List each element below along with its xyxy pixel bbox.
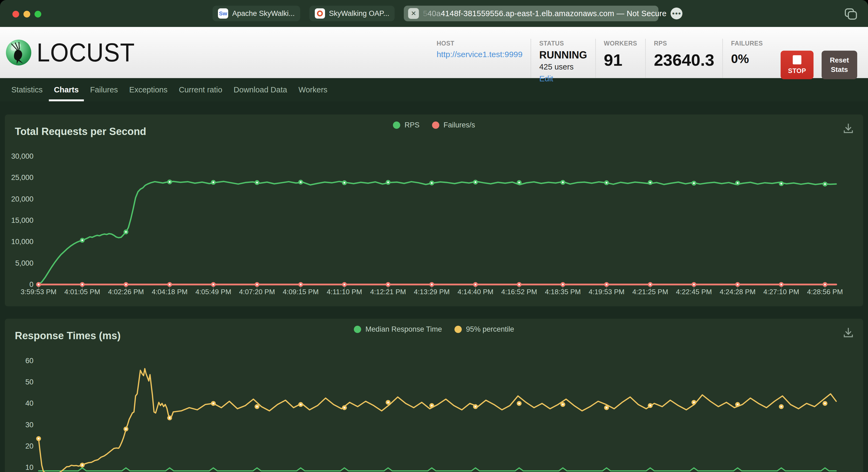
page-content: Total Requests per Second RPSFailures/s … [0, 101, 868, 472]
edit-link[interactable]: Edit [539, 74, 553, 83]
failures-label: FAILURES [731, 40, 763, 47]
tab-skywalking-oap[interactable]: SkyWalking OAP... [309, 6, 395, 21]
minimize-window-button[interactable] [24, 11, 30, 18]
close-window-button[interactable] [12, 11, 19, 18]
nav-tab-current-ratio[interactable]: Current ratio [173, 78, 228, 101]
header-stats: HOST http://service1.test:9999 STATUS RU… [429, 27, 868, 78]
tab-apache-skywalking[interactable]: Sw Apache SkyWalki... [213, 6, 300, 21]
copy-tabs-icon[interactable] [844, 8, 858, 22]
x-axis-label: 4:12:21 PM [365, 288, 411, 296]
locust-logo: LOCUST [5, 27, 143, 78]
x-axis-label: 4:04:18 PM [147, 288, 193, 296]
x-axis-label: 4:13:29 PM [409, 288, 455, 296]
y-axis-label: 5,000 [5, 259, 33, 268]
host-label: HOST [437, 40, 523, 47]
rps-value: 23640.3 [654, 50, 714, 69]
oap-favicon-icon [315, 8, 325, 19]
workers-value: 91 [604, 50, 638, 69]
y-axis-label: 40 [5, 399, 33, 408]
response-times-chart-plot[interactable] [5, 319, 863, 472]
nav-tab-charts[interactable]: Charts [48, 78, 85, 101]
x-axis-label: 4:16:52 PM [496, 288, 542, 296]
browser-titlebar: Sw Apache SkyWalki... SkyWalking OAP... … [0, 0, 868, 27]
tab-options-icon[interactable]: ●●● [671, 7, 682, 20]
x-axis-label: 4:18:35 PM [540, 288, 586, 296]
logo-wordmark: LOCUST [37, 38, 135, 67]
address-url: 540a4148f-381559556.ap-east-1.elb.amazon… [423, 9, 666, 18]
y-axis-label: 10 [5, 463, 33, 472]
x-axis-label: 4:11:10 PM [321, 288, 368, 296]
y-axis-label: 60 [5, 357, 33, 365]
locust-logo-icon [5, 39, 32, 66]
workers-label: WORKERS [604, 40, 638, 47]
stat-host: HOST http://service1.test:9999 [429, 39, 531, 78]
x-axis-label: 4:05:49 PM [190, 288, 237, 296]
tab-label: Apache SkyWalki... [232, 9, 295, 18]
x-axis-label: 4:01:05 PM [59, 288, 105, 296]
rps-label: RPS [654, 40, 714, 47]
y-axis-label: 10,000 [5, 237, 33, 246]
reset-stats-button[interactable]: Reset Stats [822, 50, 857, 79]
tab-label: SkyWalking OAP... [329, 9, 390, 18]
tab-strip: Sw Apache SkyWalki... SkyWalking OAP... … [213, 6, 658, 21]
zoom-window-button[interactable] [34, 11, 41, 18]
browser-window: Sw Apache SkyWalki... SkyWalking OAP... … [0, 0, 868, 472]
close-tab-icon[interactable]: ✕ [408, 8, 419, 19]
y-axis-label: 30,000 [5, 152, 33, 161]
stat-failures: FAILURES 0% [722, 39, 771, 78]
x-axis-label: 4:21:25 PM [627, 288, 674, 296]
x-axis-label: 4:22:45 PM [671, 288, 717, 296]
stat-status: STATUS RUNNING 425 users Edit [531, 39, 595, 78]
rps-chart-plot[interactable] [5, 114, 863, 306]
nav-tab-statistics[interactable]: Statistics [6, 78, 48, 101]
status-label: STATUS [539, 40, 587, 47]
stat-rps: RPS 23640.3 [645, 39, 722, 78]
x-axis-label: 4:19:53 PM [583, 288, 630, 296]
status-value: RUNNING [539, 49, 587, 61]
y-axis-label: 15,000 [5, 216, 33, 225]
x-axis-label: 4:27:10 PM [758, 288, 805, 296]
failures-value: 0% [731, 52, 763, 66]
status-users: 425 users [539, 63, 587, 71]
host-link[interactable]: http://service1.test:9999 [437, 50, 523, 59]
y-axis-label: 20,000 [5, 195, 33, 203]
nav-tab-download-data[interactable]: Download Data [228, 78, 293, 101]
skywalking-favicon-icon: Sw [218, 8, 228, 19]
stop-square-icon [793, 55, 801, 64]
x-axis-label: 4:24:28 PM [715, 288, 761, 296]
nav-tab-exceptions[interactable]: Exceptions [124, 78, 173, 101]
y-axis-label: 25,000 [5, 173, 33, 182]
x-axis-label: 3:59:53 PM [16, 288, 62, 296]
y-axis-label: 50 [5, 378, 33, 386]
nav-tab-failures[interactable]: Failures [85, 78, 124, 101]
x-axis-label: 4:14:40 PM [452, 288, 499, 296]
x-axis-label: 4:28:56 PM [802, 288, 848, 296]
x-axis-label: 4:07:20 PM [234, 288, 280, 296]
stat-workers: WORKERS 91 [595, 39, 646, 78]
nav-tabs: StatisticsChartsFailuresExceptionsCurren… [0, 78, 868, 101]
y-axis-label: 20 [5, 442, 33, 450]
chart-panel-response-times: Response Times (ms) Median Response Time… [5, 319, 863, 472]
x-axis-label: 4:09:15 PM [278, 288, 324, 296]
x-axis-label: 4:02:26 PM [103, 288, 149, 296]
chart-panel-rps: Total Requests per Second RPSFailures/s … [5, 114, 863, 306]
tab-locust-active[interactable]: ✕ 540a4148f-381559556.ap-east-1.elb.amaz… [404, 6, 658, 21]
locust-header: LOCUST HOST http://service1.test:9999 ST… [0, 27, 868, 78]
nav-tab-workers[interactable]: Workers [293, 78, 333, 101]
stop-button[interactable]: STOP [781, 50, 813, 79]
y-axis-label: 30 [5, 420, 33, 429]
traffic-lights [12, 11, 41, 18]
